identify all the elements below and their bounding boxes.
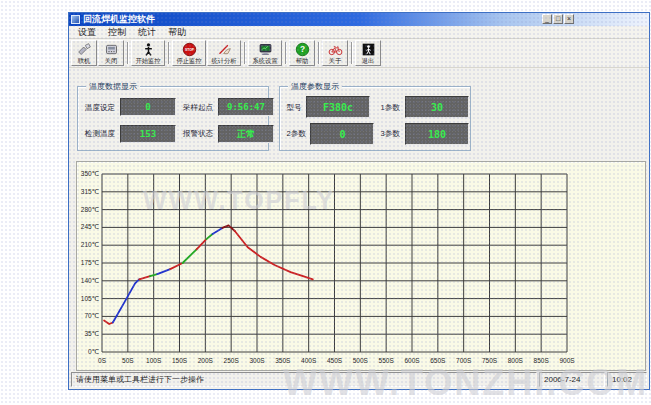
start-monitor-icon <box>141 42 156 57</box>
connect-button[interactable]: 联机 <box>71 40 97 66</box>
about-icon <box>328 42 343 57</box>
field-label: 3参数 <box>381 129 400 139</box>
y-tick-label: 210℃ <box>81 241 99 248</box>
temperature-chart: 0S50S100S150S200S250S300S350S400S450S500… <box>77 162 645 374</box>
y-tick-label: 105℃ <box>81 295 99 302</box>
x-tick-label: 450S <box>327 357 343 364</box>
stop-monitor-icon: STOP <box>182 42 197 57</box>
sample-start-field: 采样起点 9:56:47 <box>182 95 274 120</box>
window-title: 回流焊机监控软件 <box>83 13 155 26</box>
menu-control[interactable]: 控制 <box>103 26 131 39</box>
status-message: 请使用菜单或工具栏进行下一步操作 <box>71 372 537 387</box>
y-tick-label: 280℃ <box>81 206 99 213</box>
x-tick-label: 0S <box>98 357 107 364</box>
y-tick-label: 175℃ <box>81 259 99 266</box>
y-tick-label: 0℃ <box>88 348 99 355</box>
param2-display: 0 <box>310 123 374 145</box>
svg-text:?: ? <box>299 44 304 54</box>
param3-field: 3参数 180 <box>380 122 468 147</box>
x-tick-label: 700S <box>456 357 472 364</box>
toolbar-label: 联机 <box>78 57 91 64</box>
temperature-params-panel: 温度参数显示 型号 F380c 1参数 30 2参数 0 3参数 180 <box>279 86 471 151</box>
temperature-profile-chart: 0S50S100S150S200S250S300S350S400S450S500… <box>77 162 645 370</box>
svg-text:STOP: STOP <box>184 48 194 52</box>
param2-field: 2参数 0 <box>286 122 374 147</box>
temperature-chart-panel: 0S50S100S150S200S250S300S350S400S450S500… <box>76 161 646 371</box>
toolbar-separator <box>168 42 170 64</box>
panel-title: 温度参数显示 <box>288 81 342 92</box>
x-tick-label: 850S <box>534 357 550 364</box>
param3-display: 180 <box>405 123 469 145</box>
start-monitor-button[interactable]: 开始监控 <box>131 40 165 66</box>
close-button[interactable]: × <box>564 14 574 24</box>
stop-monitor-button[interactable]: STOP 停止监控 <box>172 40 206 66</box>
toolbar-label: 退出 <box>362 57 375 64</box>
x-tick-label: 50S <box>122 357 134 364</box>
exit-icon <box>361 42 376 57</box>
y-tick-label: 35℃ <box>84 330 99 337</box>
chart-grid <box>102 174 567 352</box>
field-label: 2参数 <box>287 129 306 139</box>
minimize-button[interactable]: _ <box>542 14 552 24</box>
x-tick-label: 650S <box>430 357 446 364</box>
y-tick-label: 245℃ <box>81 223 99 230</box>
disconnect-icon <box>104 42 119 57</box>
toolbar-separator <box>127 42 129 64</box>
menu-settings[interactable]: 设置 <box>73 26 101 39</box>
measured-temp-field: 检测温度 153 <box>84 122 176 147</box>
y-tick-label: 70℃ <box>84 312 99 319</box>
field-label: 检测温度 <box>85 129 115 139</box>
window-controls: _ □ × <box>542 14 574 24</box>
status-bar: 请使用菜单或工具栏进行下一步操作 2006-7-24 10:02 <box>71 372 647 387</box>
toolbar-separator <box>318 42 320 64</box>
field-label: 1参数 <box>381 102 400 112</box>
model-display: F380c <box>306 96 370 118</box>
x-tick-label: 900S <box>559 357 575 364</box>
y-tick-label: 350℃ <box>81 170 99 177</box>
toolbar: 联机 关闭 开始监控 STOP 停止监控 统计分析 系统设置 ? 帮助 <box>69 39 649 68</box>
toolbar-separator <box>244 42 246 64</box>
x-tick-label: 300S <box>249 357 265 364</box>
exit-button[interactable]: 退出 <box>355 40 381 66</box>
toolbar-separator <box>351 42 353 64</box>
field-label: 报警状态 <box>183 129 213 139</box>
help-button[interactable]: ? 帮助 <box>289 40 315 66</box>
title-bar: 回流焊机监控软件 _ □ × <box>69 13 649 26</box>
about-button[interactable]: 关于 <box>322 40 348 66</box>
x-tick-label: 250S <box>224 357 240 364</box>
temperature-data-panel: 温度数据显示 温度设定 0 采样起点 9:56:47 检测温度 153 报警状态… <box>77 86 269 151</box>
menu-help[interactable]: 帮助 <box>163 26 191 39</box>
toolbar-label: 关闭 <box>105 57 118 64</box>
x-tick-label: 500S <box>353 357 369 364</box>
x-tick-label: 600S <box>404 357 420 364</box>
temp-setting-field: 温度设定 0 <box>84 95 176 120</box>
analysis-button[interactable]: 统计分析 <box>207 40 241 66</box>
toolbar-label: 停止监控 <box>176 57 201 64</box>
x-tick-label: 550S <box>379 357 395 364</box>
analysis-icon <box>217 42 232 57</box>
x-tick-label: 350S <box>275 357 291 364</box>
param1-field: 1参数 30 <box>380 95 468 120</box>
x-tick-label: 150S <box>172 357 188 364</box>
system-settings-button[interactable]: 系统设置 <box>248 40 282 66</box>
disconnect-button[interactable]: 关闭 <box>98 40 124 66</box>
y-tick-label: 315℃ <box>81 188 99 195</box>
sample-start-display: 9:56:47 <box>218 98 274 116</box>
alarm-status-display: 正常 <box>218 125 274 143</box>
x-tick-label: 200S <box>198 357 214 364</box>
toolbar-label: 关于 <box>329 57 342 64</box>
panel-title: 温度数据显示 <box>86 81 140 92</box>
x-tick-label: 400S <box>301 357 317 364</box>
app-icon <box>71 15 80 24</box>
status-date: 2006-7-24 <box>539 372 605 387</box>
toolbar-separator <box>285 42 287 64</box>
maximize-button[interactable]: □ <box>553 14 563 24</box>
x-tick-label: 750S <box>482 357 498 364</box>
model-field: 型号 F380c <box>286 95 374 120</box>
field-label: 采样起点 <box>183 102 213 112</box>
toolbar-label: 系统设置 <box>252 57 277 64</box>
menu-statistics[interactable]: 统计 <box>133 26 161 39</box>
temp-setting-display: 0 <box>120 98 176 116</box>
status-time: 10:02 <box>607 372 647 387</box>
menu-bar: 设置 控制 统计 帮助 <box>69 26 649 39</box>
